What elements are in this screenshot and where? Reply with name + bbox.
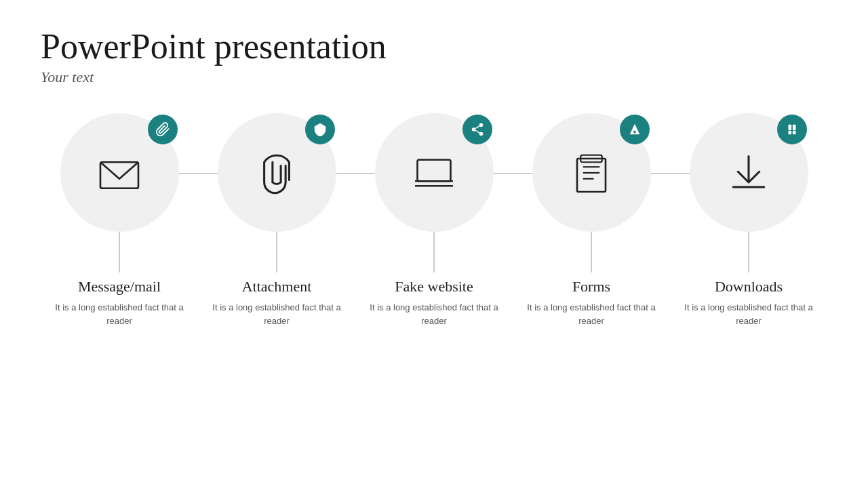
items-row: Message/mail It is a long established fa… xyxy=(41,113,827,327)
timeline-item-attachment: Attachment It is a long established fact… xyxy=(209,113,344,327)
timeline-item-forms: Forms It is a long established fact that… xyxy=(524,113,659,327)
slide: PowerPoint presentation Your text xyxy=(0,0,868,488)
connector-forms xyxy=(591,232,592,272)
desc-attachment: It is a long established fact that a rea… xyxy=(209,301,344,327)
attachment-badge xyxy=(305,115,335,144)
cone-badge-icon xyxy=(627,122,642,137)
svg-point-6 xyxy=(479,132,483,136)
svg-rect-18 xyxy=(792,131,795,135)
desc-forms: It is a long established fact that a rea… xyxy=(524,301,659,327)
page-subtitle: Your text xyxy=(41,68,827,86)
share-badge-icon xyxy=(470,122,485,137)
download-icon xyxy=(725,149,772,197)
paperclip-icon xyxy=(253,149,300,197)
connector-downloads xyxy=(748,232,749,272)
shield-badge-icon xyxy=(313,122,328,137)
svg-line-7 xyxy=(475,131,479,134)
timeline-section: Message/mail It is a long established fa… xyxy=(41,113,827,327)
label-downloads: Downloads xyxy=(715,278,783,296)
circle-container-attachment xyxy=(218,113,336,232)
label-attachment: Attachment xyxy=(242,278,312,296)
laptop-icon xyxy=(410,149,458,197)
desc-downloads: It is a long established fact that a rea… xyxy=(681,301,816,327)
timeline-item-message-mail: Message/mail It is a long established fa… xyxy=(52,113,187,327)
svg-point-4 xyxy=(479,123,483,127)
svg-rect-17 xyxy=(788,131,791,135)
clipboard-icon xyxy=(568,149,615,197)
svg-rect-20 xyxy=(792,125,795,130)
connector-attachment xyxy=(276,232,277,272)
label-laptop: Fake website xyxy=(395,278,473,296)
svg-rect-9 xyxy=(577,159,606,192)
circle-container-mail xyxy=(60,113,179,232)
page-title: PowerPoint presentation xyxy=(41,27,827,66)
downloads-badge xyxy=(777,115,807,144)
desc-laptop: It is a long established fact that a rea… xyxy=(366,301,502,327)
desc-mail: It is a long established fact that a rea… xyxy=(52,301,187,327)
svg-rect-1 xyxy=(418,159,451,181)
circle-container-downloads xyxy=(690,113,808,232)
timeline-item-downloads: Downloads It is a long established fact … xyxy=(681,113,816,327)
label-forms: Forms xyxy=(572,278,610,296)
forms-badge xyxy=(620,115,650,144)
chess-badge-icon xyxy=(785,122,800,137)
label-mail: Message/mail xyxy=(78,278,161,296)
circle-container-forms xyxy=(532,113,651,232)
mail-icon xyxy=(96,149,143,197)
paperclip-badge-icon xyxy=(155,122,170,137)
laptop-badge xyxy=(462,115,492,144)
connector-laptop xyxy=(433,232,435,272)
svg-point-5 xyxy=(471,127,475,131)
mail-badge xyxy=(148,115,178,144)
connector-mail xyxy=(119,232,120,272)
svg-rect-19 xyxy=(788,125,791,130)
timeline-item-fake-website: Fake website It is a long established fa… xyxy=(366,113,502,327)
svg-line-8 xyxy=(475,126,479,129)
svg-point-15 xyxy=(633,131,636,134)
circle-container-laptop xyxy=(375,113,494,232)
